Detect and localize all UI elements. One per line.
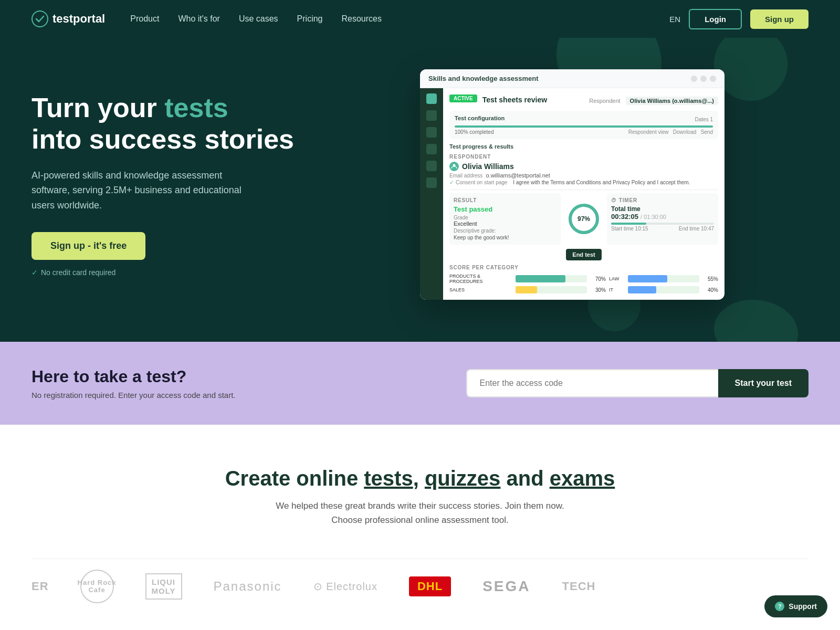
results-row: RESULT Test passed Grade Excellent Descr…: [449, 193, 718, 245]
brand-tech: TECH: [562, 580, 596, 593]
dash-sidebar: [420, 88, 443, 300]
score-bar-bg-2: [516, 286, 587, 293]
consent-text: I agree with the Terms and Conditions an…: [513, 180, 690, 185]
brand-er: ER: [32, 580, 49, 593]
take-test-section: Here to take a test? No registration req…: [0, 342, 840, 425]
dash-ctrl-3: [710, 76, 716, 82]
timer-progress-bg: [611, 223, 714, 225]
navbar-left: testportal Product Who it's for Use case…: [32, 10, 382, 27]
status-badge: ACTIVE: [449, 94, 477, 102]
score-pct-3: 55%: [702, 276, 718, 282]
time-value: 00:32:05: [611, 213, 638, 220]
hero-title-part1: Turn your: [32, 92, 164, 123]
end-time: End time 10:47: [679, 226, 714, 232]
dash-main: ACTIVE Test sheets review Respondent Oli…: [443, 88, 724, 300]
progress-section-title: Test progress & results: [449, 143, 718, 150]
nav-pricing[interactable]: Pricing: [297, 14, 323, 24]
total-time-label: Total time: [611, 205, 714, 213]
score-bar-bg-1: [516, 275, 587, 282]
timer-box: ⏱ TIMER Total time 00:32:05 / 01:30:00: [607, 193, 718, 245]
nav-links: Product Who it's for Use cases Pricing R…: [130, 14, 382, 24]
take-test-left: Here to take a test? No registration req…: [32, 367, 236, 400]
result-box: RESULT Test passed Grade Excellent Descr…: [449, 193, 561, 245]
svg-text:97%: 97%: [578, 215, 590, 223]
blob-br: [714, 300, 798, 342]
hero-title-part2: into success stories: [32, 124, 294, 154]
email-value: o.williams@testportal.net: [486, 172, 550, 178]
create-link-exams[interactable]: exams: [550, 467, 615, 490]
score-name-3: LAW: [609, 276, 625, 281]
grade-value: Excellent: [454, 220, 477, 227]
score-bar-bg-3: [628, 275, 699, 282]
score-bar-bg-4: [628, 286, 699, 293]
hero-title-highlight: tests: [164, 92, 228, 123]
nav-who[interactable]: Who it's for: [178, 14, 220, 24]
sidebar-icon-6: [426, 177, 437, 188]
access-code-input[interactable]: [466, 369, 718, 397]
start-test-button[interactable]: Start your test: [718, 369, 808, 397]
sidebar-icon-2: [426, 110, 437, 121]
dash-body: ACTIVE Test sheets review Respondent Oli…: [420, 88, 724, 300]
config-section: Test configuration Dates 1 100% complete…: [449, 111, 718, 139]
no-credit-card: ✓ No credit card required: [32, 268, 304, 277]
create-link-tests[interactable]: tests: [364, 467, 413, 490]
nav-product[interactable]: Product: [130, 14, 159, 24]
nav-resources[interactable]: Resources: [342, 14, 382, 24]
no-card-text: No credit card required: [41, 268, 116, 277]
section-title: Test sheets review: [482, 96, 547, 104]
sidebar-icon-1: [426, 93, 437, 104]
consent-check-icon: ✓: [449, 180, 454, 185]
dash-controls: [691, 76, 716, 82]
brand-sega: SEGA: [482, 578, 530, 595]
take-test-right: Start your test: [466, 369, 808, 397]
result-msg: Keep up the good work!: [454, 235, 556, 240]
svg-point-0: [32, 11, 48, 27]
create-link-quizzes[interactable]: quizzes: [425, 467, 500, 490]
dash-header: Skills and knowledge assessment: [420, 69, 724, 88]
time-total: / 01:30:00: [640, 214, 666, 220]
hero-cta-button[interactable]: Sign up - it's free: [32, 232, 145, 260]
nav-usecases[interactable]: Use cases: [239, 14, 278, 24]
score-bar-fill-3: [628, 275, 667, 282]
score-name-2: SALES: [449, 287, 512, 292]
signup-button[interactable]: Sign up: [750, 9, 808, 29]
brands-strip: ER Hard RockCafe LIQUIMOLY Panasonic ⊙ E…: [32, 559, 808, 614]
navbar: testportal Product Who it's for Use case…: [0, 0, 840, 38]
create-subtitle: We helped these great brands write their…: [262, 499, 578, 527]
brand-electrolux: ⊙ Electrolux: [313, 580, 377, 593]
support-label: Support: [789, 602, 817, 611]
logo[interactable]: testportal: [32, 10, 105, 27]
dash-title: Skills and knowledge assessment: [428, 75, 539, 82]
hero-section: Turn your tests into success stories AI-…: [0, 38, 840, 342]
config-progress-bar-fill: [455, 125, 713, 128]
login-button[interactable]: Login: [689, 9, 742, 29]
score-circle-chart: 97%: [567, 202, 601, 236]
brand-hardrock: Hard RockCafe: [80, 570, 114, 603]
lang-button[interactable]: EN: [669, 15, 680, 24]
config-sub: 100% completed: [455, 129, 494, 135]
score-name-1: PRODUCTS & PROCEDURES: [449, 274, 512, 284]
checkmark-icon: ✓: [32, 268, 38, 277]
desc-grade: Descriptive grade:: [454, 228, 556, 234]
brand-liquimoly: LIQUIMOLY: [145, 573, 182, 600]
consent-row: ✓ Consent on start page I agree with the…: [449, 180, 718, 185]
score-pct-2: 30%: [590, 287, 606, 293]
support-button[interactable]: ? Support: [764, 595, 827, 617]
respondent-fullname: Olivia Williams: [449, 162, 718, 171]
respondent-email: Email address o.williams@testportal.net: [449, 172, 718, 178]
end-test-button[interactable]: End test: [566, 249, 601, 260]
timer-times: Start time 10:15 End time 10:47: [611, 226, 714, 232]
result-label: RESULT: [454, 197, 556, 203]
sidebar-icon-5: [426, 161, 437, 171]
respondent-section: RESPONDENT Olivia Williams Email address…: [449, 154, 718, 185]
take-test-heading: Here to take a test?: [32, 367, 236, 386]
dash-ctrl-2: [700, 76, 707, 82]
score-section: SCORE PER CATEGORY PRODUCTS & PROCEDURES…: [449, 265, 718, 293]
take-test-subtitle: No registration required. Enter your acc…: [32, 391, 236, 400]
create-title: Create online tests, quizzes and exams: [32, 467, 808, 490]
score-bar-fill-4: [628, 286, 656, 293]
config-progress-bar-bg: [455, 125, 713, 128]
navbar-right: EN Login Sign up: [669, 9, 808, 29]
start-time: Start time 10:15: [611, 226, 648, 232]
timer-clock-icon: ⏱: [611, 197, 617, 203]
